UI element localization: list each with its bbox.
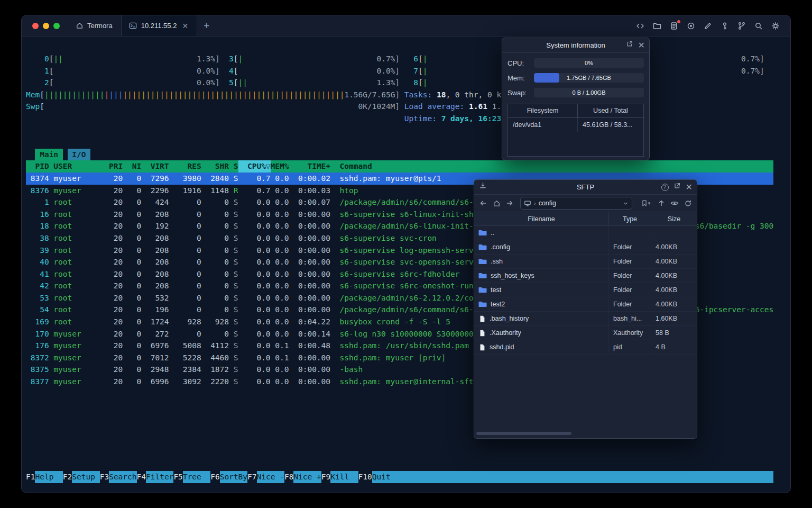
function-key[interactable]: F10Quit [358, 471, 400, 483]
column-header-cpu-sorted[interactable]: CPU%▽ [238, 160, 271, 173]
file-row[interactable]: test Folder 4.00KB [474, 283, 697, 297]
htop-function-bar: F1Help F2Setup F3Search F4Filter F5Tree … [26, 471, 773, 483]
path-breadcrumb[interactable]: › config [520, 197, 632, 210]
column-header-virt[interactable]: VIRT [141, 160, 169, 173]
sftp-table-header: Filename Type Size [474, 212, 697, 226]
file-size: 4.00KB [651, 240, 697, 254]
file-type: Folder [609, 269, 651, 283]
file-size: 4.00KB [651, 297, 697, 311]
close-panel-icon[interactable]: ✕ [686, 183, 693, 192]
titlebar: Termora 10.211.55.2 ✕ + [22, 15, 790, 37]
column-header-state[interactable]: S [229, 160, 238, 173]
swap-usage-value: 0 B / 1.00GB [534, 88, 644, 97]
column-header-command[interactable]: Command [340, 160, 774, 173]
file-row[interactable]: .bash_history bash_hi... 1.60KB [474, 312, 697, 326]
folder-icon [478, 286, 487, 294]
sftp-file-list: .. .config Folder 4.00KB [474, 226, 697, 355]
column-header-res[interactable]: RES [169, 160, 201, 173]
show-hidden-eye-icon[interactable] [670, 198, 679, 208]
htop-tab-io[interactable]: I/O [68, 149, 91, 161]
tab-home[interactable]: Termora [67, 15, 121, 36]
system-information-panel: System information ✕ CPU: 0% Mem: 1.75GB… [502, 38, 650, 160]
new-tab-button[interactable]: + [197, 15, 216, 36]
size-column-header[interactable]: Size [651, 212, 697, 225]
column-header-shr[interactable]: SHR [201, 160, 229, 173]
swap-usage-row: Swap: 0 B / 1.00GB [508, 88, 644, 97]
up-directory-icon[interactable] [657, 198, 666, 208]
zoom-window-button[interactable] [53, 23, 60, 29]
download-icon[interactable] [479, 180, 487, 195]
file-type: Folder [609, 283, 651, 297]
folder-icon [478, 300, 487, 309]
git-branch-icon[interactable] [736, 21, 747, 31]
type-column-header[interactable]: Type [609, 212, 651, 225]
minimize-window-button[interactable] [43, 23, 49, 29]
computer-icon [524, 199, 531, 207]
file-row[interactable]: .. [474, 226, 697, 240]
function-key[interactable]: F4Filter [137, 471, 174, 483]
column-header-pid[interactable]: PID [26, 160, 49, 173]
htop-tab-main[interactable]: Main [35, 149, 62, 161]
file-row[interactable]: .config Folder 4.00KB [474, 240, 697, 255]
file-name: sshd.pid [490, 343, 514, 351]
filesystem-column-header: Filesystem [508, 104, 578, 117]
file-row[interactable]: test2 Folder 4.00KB [474, 297, 697, 312]
chevron-right-icon: › [534, 200, 536, 206]
file-row[interactable]: .ssh Folder 4.00KB [474, 255, 697, 269]
edit-icon[interactable] [703, 21, 713, 31]
record-icon[interactable] [686, 21, 696, 31]
home-icon[interactable] [492, 198, 501, 208]
code-icon[interactable] [635, 21, 645, 31]
bookmark-icon[interactable]: ▾ [638, 198, 653, 208]
function-key[interactable]: F7Nice - [247, 471, 284, 483]
search-icon[interactable] [753, 21, 764, 31]
file-row[interactable]: sshd.pid pid 4 B [474, 340, 697, 355]
file-row[interactable]: ssh_host_keys Folder 4.00KB [474, 269, 697, 283]
key-icon[interactable] [719, 21, 730, 31]
file-list-icon[interactable] [669, 21, 679, 31]
function-key[interactable]: F9Kill [321, 471, 358, 483]
folder-icon[interactable] [652, 21, 662, 31]
function-key[interactable]: F3Search [100, 471, 137, 483]
tab-session[interactable]: 10.211.55.2 ✕ [121, 15, 197, 36]
close-panel-icon[interactable]: ✕ [638, 41, 645, 50]
filename-column-header[interactable]: Filename [474, 212, 609, 225]
folder-icon [478, 243, 487, 251]
uptime: Uptime: 7 days, 16:23:12 [404, 113, 515, 125]
filesystem-table-header: Filesystem Used / Total [508, 104, 643, 118]
close-tab-icon[interactable]: ✕ [181, 21, 189, 31]
column-header-ni[interactable]: NI [123, 160, 141, 173]
folder-icon [478, 229, 487, 237]
help-icon[interactable]: ? [661, 184, 669, 191]
chevron-down-icon[interactable] [623, 201, 629, 206]
function-key[interactable]: F1Help [26, 471, 63, 483]
column-header-user[interactable]: USER [53, 160, 99, 173]
refresh-icon[interactable] [683, 198, 693, 208]
filesystem-row[interactable]: /dev/vda1 45.61GB / 58.3... [508, 118, 643, 132]
file-row[interactable]: .Xauthority Xauthority 58 B [474, 326, 697, 340]
file-name: test2 [491, 301, 505, 308]
function-key[interactable]: F5Tree [173, 471, 210, 483]
swap-meter-line: Swp[0K/1024M] Load average: 1.61 1.13 0.… [26, 101, 773, 113]
column-header-pri[interactable]: PRI [100, 160, 123, 173]
path-segment: config [539, 199, 556, 207]
function-key[interactable]: F8Nice + [284, 471, 321, 483]
horizontal-scrollbar[interactable] [476, 432, 571, 435]
close-window-button[interactable] [32, 23, 39, 29]
function-key[interactable]: F6SortBy [210, 471, 247, 483]
cpu-meter-line: 1[0.0%] 4[0.0%] 7[|0.7%] [26, 65, 773, 77]
folder-icon [478, 271, 487, 280]
session-tab-label: 10.211.55.2 [141, 22, 177, 30]
open-in-new-window-icon[interactable] [673, 180, 681, 195]
back-icon[interactable] [478, 198, 488, 208]
column-header-time[interactable]: TIME+ [289, 160, 331, 173]
forward-icon[interactable] [505, 198, 514, 208]
settings-gear-icon[interactable] [770, 21, 781, 31]
open-in-new-window-icon[interactable] [626, 38, 633, 53]
file-type: Folder [609, 240, 651, 254]
function-key[interactable]: F2Setup [63, 471, 100, 483]
file-size: 4.00KB [651, 255, 697, 268]
file-icon [478, 329, 486, 337]
traffic-lights [22, 15, 67, 36]
column-header-mem[interactable]: MEM% [271, 160, 289, 173]
